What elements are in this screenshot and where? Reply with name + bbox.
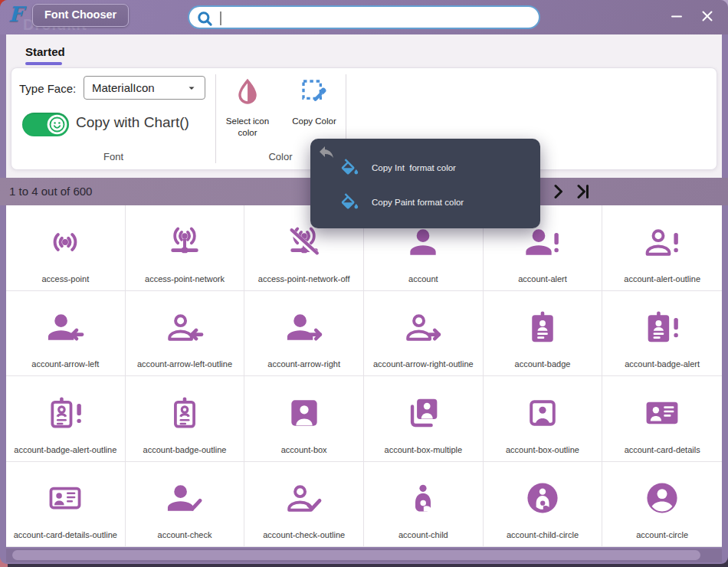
select-icon-color-label: Select icon color (219, 116, 276, 139)
icon-label: account-circle (636, 530, 688, 539)
app-window: Droidkit F Font Chooser (0, 0, 728, 564)
icon-label: account-child (398, 530, 448, 539)
group-divider (215, 74, 216, 163)
icon-cell-account-child[interactable]: account-child (364, 462, 484, 548)
icon-label: access-point (41, 274, 89, 284)
icon-cell-account-arrow-left-outline[interactable]: account-arrow-left-outline (126, 291, 245, 377)
close-button[interactable] (694, 3, 720, 29)
account-box-icon (285, 376, 323, 445)
icon-label: account-arrow-left (31, 359, 99, 369)
icon-cell-account-alert-outline[interactable]: account-alert-outline (602, 205, 722, 291)
icon-cell-account-child-circle[interactable]: account-child-circle (484, 462, 603, 548)
chevron-right-icon (549, 182, 568, 201)
icon-label: account-arrow-right (267, 359, 340, 369)
icon-label: account-box-multiple (385, 445, 463, 454)
icon-grid: access-pointaccess-point-networkaccess-p… (6, 205, 722, 547)
account-badge-alert-icon (643, 291, 681, 360)
icon-label: account-badge-outline (143, 445, 227, 454)
horizontal-scrollbar[interactable] (6, 549, 722, 562)
smiley-knob-icon (47, 114, 67, 135)
menu-item-copy-paint-format-color[interactable]: Copy Paint format color (321, 185, 533, 219)
icon-cell-account-badge[interactable]: account-badge (484, 291, 603, 377)
account-arrow-right-icon (285, 291, 323, 360)
app-logo-icon: F (8, 2, 23, 26)
menu-item-label: Copy Paint format color (372, 198, 464, 207)
menu-item-label: Copy Int format color (372, 163, 456, 172)
window-title: Font Chooser (32, 4, 129, 27)
tab-active-underline (25, 62, 62, 65)
icon-cell-account-box-multiple[interactable]: account-box-multiple (364, 376, 484, 462)
type-face-dropdown[interactable]: MaterialIcon (84, 76, 205, 100)
minimize-icon (669, 8, 684, 24)
account-card-details-outline-icon (46, 462, 84, 531)
icon-cell-account-check-outline[interactable]: account-check-outline (244, 462, 364, 548)
copy-color-context-menu: Copy Int format colorCopy Paint format c… (310, 139, 540, 228)
access-point-icon (46, 205, 84, 274)
icon-cell-account-circle[interactable]: account-circle (602, 462, 722, 548)
search-box[interactable] (188, 5, 540, 29)
pagination-status: 1 to 4 out of 600 (9, 178, 92, 205)
icon-cell-account-badge-alert[interactable]: account-badge-alert (602, 291, 722, 377)
type-face-value: MaterialIcon (92, 81, 186, 94)
icon-cell-account-card-details-outline[interactable]: account-card-details-outline (6, 462, 126, 548)
icon-label: account-badge (515, 359, 571, 369)
account-box-outline-icon (523, 376, 562, 445)
icon-label: account-card-details (625, 445, 700, 454)
account-badge-icon (523, 291, 562, 360)
account-arrow-left-outline-icon (166, 291, 204, 360)
account-check-outline-icon (285, 462, 323, 531)
access-point-network-icon (166, 205, 204, 274)
icon-label: access-point-network (145, 274, 225, 284)
page-last-icon (574, 182, 592, 201)
icon-label: account-check (158, 530, 212, 539)
scrollbar-thumb[interactable] (12, 550, 700, 560)
icon-cell-account-check[interactable]: account-check (126, 462, 245, 548)
icon-label: account-arrow-left-outline (137, 359, 232, 369)
icon-label: account-arrow-right-outline (373, 359, 474, 369)
icon-cell-account-box-outline[interactable]: account-box-outline (484, 376, 603, 462)
account-arrow-right-outline-icon (404, 291, 442, 360)
icon-cell-account-badge-alert-outline[interactable]: account-badge-alert-outline (6, 376, 126, 462)
icon-cell-account-arrow-right-outline[interactable]: account-arrow-right-outline (364, 291, 484, 377)
icon-label: account-box (281, 445, 327, 454)
search-icon (195, 9, 215, 29)
icon-label: account-box-outline (506, 445, 579, 454)
icon-cell-access-point-network[interactable]: access-point-network (126, 205, 245, 291)
icon-label: account-badge-alert (625, 359, 700, 369)
minimize-button[interactable] (664, 3, 690, 29)
icon-label: account-alert (518, 274, 567, 284)
account-arrow-left-icon (46, 291, 84, 360)
search-input[interactable] (226, 8, 531, 28)
icon-label: account-check-outline (263, 530, 345, 539)
icon-cell-access-point[interactable]: access-point (6, 205, 126, 291)
account-badge-alert-outline-icon (46, 376, 84, 445)
close-icon (700, 8, 715, 24)
icon-cell-account-arrow-left[interactable]: account-arrow-left (6, 291, 126, 377)
copy-with-chart-label: Copy with Chart() (76, 114, 189, 131)
account-badge-outline-icon (166, 376, 204, 445)
titlebar: Droidkit F Font Chooser (0, 0, 728, 34)
icon-cell-account-badge-outline[interactable]: account-badge-outline (126, 376, 245, 462)
account-child-circle-icon (523, 462, 562, 531)
account-circle-icon (643, 462, 681, 531)
account-box-multiple-icon (404, 376, 442, 445)
format-color-fill-icon (338, 191, 361, 214)
tab-started[interactable]: Started (25, 45, 65, 58)
icon-label: account-card-details-outline (14, 530, 117, 539)
select-icon-color-button[interactable]: Select icon color (219, 74, 276, 159)
menu-item-copy-int-format-color[interactable]: Copy Int format color (321, 151, 533, 185)
icon-cell-account-box[interactable]: account-box (244, 376, 364, 462)
format-color-fill-icon (338, 156, 361, 179)
icon-label: account-badge-alert-outline (14, 445, 116, 454)
account-child-icon (404, 462, 442, 531)
copy-with-chart-toggle[interactable] (22, 113, 69, 136)
next-page-button[interactable] (549, 182, 569, 201)
type-face-label: Type Face: (19, 82, 76, 95)
last-page-button[interactable] (574, 182, 594, 201)
water-drop-icon (231, 74, 264, 110)
icon-cell-account-arrow-right[interactable]: account-arrow-right (244, 291, 364, 377)
icon-cell-account-card-details[interactable]: account-card-details (602, 376, 722, 462)
font-group-label: Font (11, 151, 215, 162)
account-card-details-icon (643, 376, 681, 445)
chevron-down-icon (186, 83, 197, 93)
